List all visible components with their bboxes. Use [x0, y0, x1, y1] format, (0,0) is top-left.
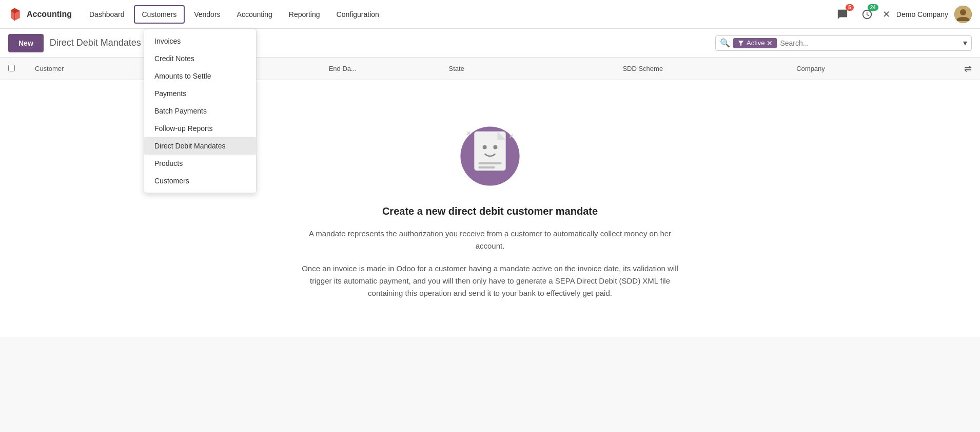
dropdown-amounts-to-settle[interactable]: Amounts to Settle: [144, 67, 256, 85]
app-name: Accounting: [27, 10, 72, 19]
filter-close-icon[interactable]: ✕: [767, 39, 773, 47]
nav-right: 5 24 ✕ Demo Company: [833, 5, 972, 24]
svg-rect-8: [479, 166, 495, 168]
close-icon[interactable]: ✕: [883, 9, 890, 20]
col-company: Company: [790, 65, 964, 72]
dropdown-invoices[interactable]: Invoices: [144, 32, 256, 50]
dropdown-direct-debit-mandates[interactable]: Direct Debit Mandates: [144, 137, 256, 155]
svg-rect-7: [479, 162, 502, 164]
chat-badge: 5: [846, 4, 854, 11]
empty-state-title: Create a new direct debit customer manda…: [382, 205, 598, 217]
empty-state-illustration: [449, 111, 531, 193]
app-logo-icon: [8, 7, 23, 22]
dropdown-payments[interactable]: Payments: [144, 85, 256, 102]
column-settings-icon[interactable]: ⇌: [964, 63, 972, 74]
search-input[interactable]: [780, 39, 960, 47]
active-filter-tag[interactable]: Active ✕: [733, 38, 777, 48]
nav-menu: Dashboard Customers Vendors Accounting R…: [82, 5, 833, 24]
avatar[interactable]: [954, 6, 972, 23]
svg-point-5: [483, 145, 487, 149]
empty-state-desc2: Once an invoice is made in Odoo for a cu…: [300, 262, 680, 299]
dropdown-batch-payments[interactable]: Batch Payments: [144, 102, 256, 120]
nav-item-reporting[interactable]: Reporting: [282, 6, 327, 23]
nav-item-vendors[interactable]: Vendors: [187, 6, 227, 23]
chat-icon: [837, 9, 848, 20]
col-end-date: End Da...: [323, 65, 443, 72]
page-title: Direct Debit Mandates: [50, 37, 141, 48]
nav-item-dashboard[interactable]: Dashboard: [82, 6, 132, 23]
avatar-icon: [954, 6, 972, 23]
app-logo[interactable]: Accounting: [8, 7, 72, 22]
dropdown-credit-notes[interactable]: Credit Notes: [144, 50, 256, 67]
clock-button[interactable]: 24: [858, 5, 876, 24]
svg-point-6: [493, 145, 497, 149]
search-dropdown-icon[interactable]: ▾: [963, 38, 967, 48]
customers-dropdown: Invoices Credit Notes Amounts to Settle …: [144, 29, 257, 193]
svg-point-2: [960, 9, 966, 15]
dropdown-follow-up-reports[interactable]: Follow-up Reports: [144, 120, 256, 137]
filter-label: Active: [747, 39, 765, 47]
clock-badge: 24: [868, 4, 878, 11]
search-icon: 🔍: [720, 38, 730, 48]
checkbox-input[interactable]: [8, 65, 15, 71]
nav-item-configuration[interactable]: Configuration: [329, 6, 386, 23]
col-sdd-scheme: SDD Scheme: [616, 65, 790, 72]
filter-icon: [737, 40, 744, 47]
col-state: State: [443, 65, 617, 72]
top-navigation: Accounting Dashboard Customers Vendors A…: [0, 0, 980, 29]
select-all-checkbox[interactable]: [8, 65, 29, 73]
new-button[interactable]: New: [8, 34, 44, 52]
empty-state-desc1: A mandate represents the authorization y…: [300, 228, 680, 252]
search-bar: 🔍 Active ✕ ▾: [715, 35, 972, 51]
dropdown-products[interactable]: Products: [144, 155, 256, 172]
dropdown-customers[interactable]: Customers: [144, 172, 256, 190]
company-name[interactable]: Demo Company: [896, 10, 948, 18]
nav-item-customers[interactable]: Customers: [134, 5, 185, 24]
nav-item-accounting[interactable]: Accounting: [230, 6, 280, 23]
chat-button[interactable]: 5: [833, 5, 852, 24]
